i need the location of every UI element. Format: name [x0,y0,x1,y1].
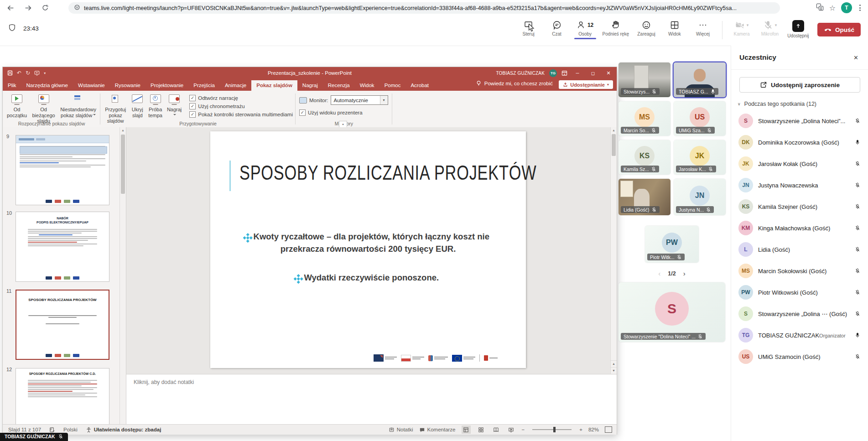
slide-bullet-1[interactable]: Kwoty ryczałtowe – dla projektów, któryc… [229,231,508,255]
fit-slide-to-window-button[interactable] [605,426,612,433]
monitor-select-arrow-icon[interactable]: ▾ [380,96,388,104]
slide-thumbnail-9[interactable] [16,135,109,205]
hide-slide-button[interactable]: Ukryj slajd [129,93,146,119]
ppt-ribbon-tab[interactable]: Projektowanie [146,80,188,91]
redo-icon[interactable]: ↻ [26,70,30,76]
participant-row[interactable]: TG TOBIASZ GUŹNICZAKOrganizator [731,324,868,346]
qat-customize-icon[interactable]: ▾ [44,71,46,75]
in-meeting-section-header[interactable]: ∨ Podczas tego spotkania (12) [731,93,868,109]
mic-status-icon[interactable] [855,118,860,124]
slide-scrollbar[interactable]: ▲ ▲ ▼ [610,127,617,374]
video-tile-lidia[interactable]: Lidia (Gość) [619,179,670,215]
mic-status-icon[interactable] [855,247,860,252]
mic-status-icon[interactable] [855,225,860,231]
mic-status-icon[interactable] [855,182,860,188]
back-icon[interactable] [4,1,17,15]
ppt-ribbon-tab[interactable]: Recenzja [323,80,355,91]
notes-toggle[interactable]: Notatki [389,427,413,433]
participant-row[interactable]: DK Dominika Koczorowska (Gość) [731,131,868,153]
ppt-ribbon-tab[interactable]: Pokaz slajdów [251,80,297,91]
react-button[interactable]: Zareaguj [634,18,659,37]
normal-view-button[interactable] [462,425,471,434]
url-bar[interactable]: teams.live.com/light-meetings/launch?p=U… [68,2,780,14]
video-tile-stowarzyszenie[interactable]: Stowarzys... [619,62,670,97]
slide-bullet-2[interactable]: Wydatki rzeczywiście ponoszone. [229,272,508,284]
slideshow-view-button[interactable] [507,425,516,434]
previous-page-icon[interactable]: ‹ [658,270,660,277]
accessibility-checker[interactable]: Ułatwienia dostępu: zbadaj [86,427,161,433]
collapse-ribbon-icon[interactable]: ▴ [339,121,347,128]
participant-row[interactable]: JN Justyna Nowaczewska [731,174,868,196]
ribbon-checkbox[interactable]: ✓Odtwórz narrację [189,95,293,101]
people-button[interactable]: 12 Osoby [572,18,598,37]
mic-status-icon[interactable] [855,311,860,316]
thumbnail-scrollbar[interactable]: ▲ [120,127,126,424]
presenter-share-indicator[interactable]: TOBIASZ GUŹNICZAK [0,433,68,441]
slide-title[interactable]: SPOSOBY ROZLICZANIA PROJEKTÓW [239,161,536,184]
presenter-view-checkbox[interactable]: ✓Użyj widoku prezentera [299,109,363,116]
zoom-level[interactable]: 82% [588,427,599,432]
setup-slideshow-button[interactable]: Przygotuj pokaz slajdów [102,93,129,125]
reading-view-button[interactable] [492,425,501,434]
close-panel-icon[interactable]: ✕ [852,52,860,63]
tell-me-box[interactable]: Powiedz mi, co chcesz zrobić [471,80,557,89]
minimize-button[interactable]: ─ [572,68,583,78]
mic-status-icon[interactable] [855,332,860,338]
slide-thumbnail-10[interactable]: NABÓR PODPIS ELEKTRONICZNY/EPUAP [16,212,109,282]
video-tile-marcin[interactable]: MS Marcin So... [619,101,670,136]
close-button[interactable]: ✕ [603,68,614,78]
ppt-ribbon-tab[interactable]: Plik [3,80,21,91]
notes-pane[interactable]: Kliknij, aby dodać notatki [126,374,617,424]
ppt-ribbon-tab[interactable]: Pomoc [379,80,406,91]
bookmark-star-icon[interactable]: ☆ [829,4,836,12]
video-tile-kamila[interactable]: KS Kamila Sz... [619,140,670,175]
mic-status-icon[interactable] [855,140,860,145]
participant-row[interactable]: KS Kamila Szejner (Gość) [731,196,868,217]
mic-options-chevron-icon[interactable]: ▾ [775,23,777,27]
video-tile-umig[interactable]: US UMiG Sza... [674,101,726,136]
ppt-ribbon-tab[interactable]: Animacje [220,80,251,91]
start-slideshow-icon[interactable] [34,70,40,76]
camera-options-chevron-icon[interactable]: ▾ [747,23,749,27]
ppt-ribbon-tab[interactable]: Nagraj [297,80,323,91]
participant-row[interactable]: MS Marcin Sokołowski (Gość) [731,260,868,281]
more-button[interactable]: Więcej [690,18,716,37]
site-settings-icon[interactable] [74,4,80,12]
zoom-slider[interactable] [532,429,572,430]
monitor-select[interactable]: Automatycznie ▾ [331,95,388,105]
url-text[interactable]: teams.live.com/light-meetings/launch?p=U… [84,5,774,11]
mic-status-icon[interactable] [855,204,860,209]
ppt-user-avatar[interactable]: TG [549,69,557,77]
participant-row[interactable]: PW Piotr Witkowski (Gość) [731,281,868,303]
comments-toggle[interactable]: Komentarze [419,427,456,433]
notes-placeholder[interactable]: Kliknij, aby dodać notatki [126,374,617,385]
current-slide-canvas[interactable]: SPOSOBY ROZLICZANIA PROJEKTÓW Kwoty rycz… [210,131,526,368]
ribbon-display-options-icon[interactable] [561,70,567,76]
next-page-icon[interactable]: › [683,270,686,277]
raise-hand-button[interactable]: Podnieś rękę [601,18,631,37]
share-invite-button[interactable]: Udostępnij zaproszenie [739,77,860,93]
record-button[interactable]: Nagraj [165,93,184,119]
participant-row[interactable]: KM Kinga Małachowska (Gość) [731,217,868,239]
participant-row[interactable]: S Stowarzyszenie „Dolina ⋯ (Gość) [731,303,868,324]
save-icon[interactable] [7,70,13,76]
chat-button[interactable]: Czat [544,18,570,37]
slide-thumbnail-12[interactable]: SPOSOBY ROZLICZANIA PROJEKTÓW C.D. [16,368,109,424]
participant-row[interactable]: L Lidia (Gość) [731,239,868,260]
ppt-signed-in-user[interactable]: TOBIASZ GUŹNICZAK [496,71,545,76]
from-beginning-button[interactable]: Od początku [5,93,29,119]
ribbon-checkbox[interactable]: ✓Pokaż kontrolki sterowania multimediami [189,111,293,118]
mic-status-icon[interactable] [855,161,860,166]
zoom-out-button[interactable]: − [522,427,525,432]
participant-row[interactable]: US UMiG Szamocin (Gość) [731,346,868,367]
control-button[interactable]: Steruj [516,18,541,37]
slide-navigation-buttons[interactable]: ▲ ▼ [611,360,617,374]
translate-icon[interactable] [816,3,824,13]
video-tile-piotr[interactable]: PW Piotr Witk... [645,226,699,263]
video-tile-tobiasz[interactable]: TOBIASZ G... [674,62,726,97]
ppt-ribbon-tab[interactable]: Widok [355,80,379,91]
refresh-icon[interactable] [38,1,52,15]
view-button[interactable]: Widok [662,18,687,37]
ppt-ribbon-tab[interactable]: Acrobat [405,80,434,91]
mic-status-icon[interactable] [855,268,860,274]
